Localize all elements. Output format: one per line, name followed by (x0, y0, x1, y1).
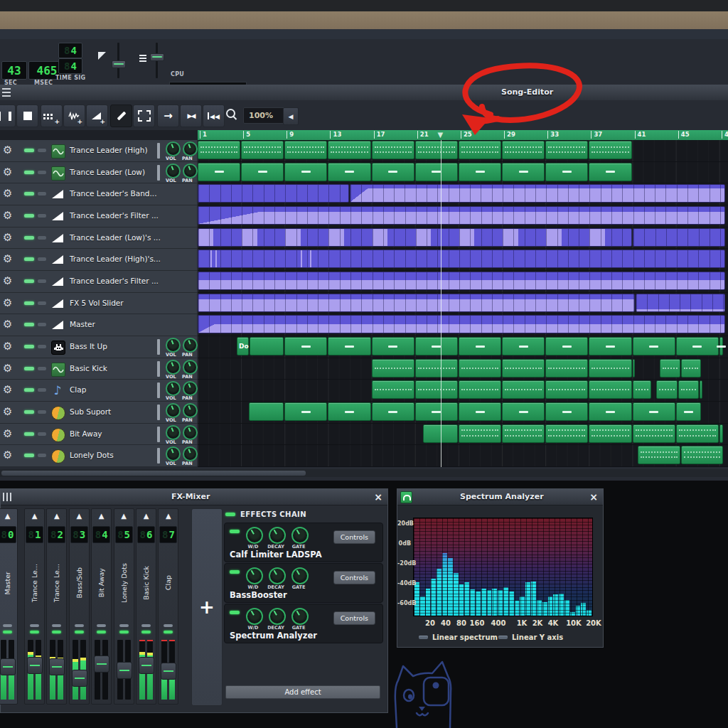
channel-led-grey[interactable] (75, 624, 84, 627)
effect-enable-led[interactable] (230, 611, 240, 614)
pattern-segment[interactable] (459, 337, 501, 355)
pan-knob[interactable] (183, 446, 198, 461)
automation-segment[interactable] (198, 184, 349, 203)
volume-knob[interactable] (166, 141, 181, 156)
gate-knob[interactable] (291, 527, 309, 544)
pattern-segment[interactable] (545, 141, 588, 159)
pattern-segment[interactable] (415, 141, 458, 159)
gear-icon[interactable]: ⚙ (3, 231, 12, 244)
channel-fader[interactable] (161, 663, 176, 680)
pattern-segment[interactable] (372, 380, 414, 399)
pause-button[interactable] (0, 105, 16, 127)
rewind-button[interactable]: ◀◀ (203, 105, 225, 127)
track-header-11[interactable]: ⚙Basic KickVOLPAN (0, 358, 197, 380)
gear-icon[interactable]: ⚙ (3, 340, 12, 353)
gear-icon[interactable]: ⚙ (3, 166, 12, 178)
track-header-14[interactable]: ⚙Bit AwayVOLPAN (0, 424, 197, 446)
solo-led[interactable] (38, 323, 46, 326)
automation-segment[interactable] (198, 228, 632, 247)
gear-icon[interactable]: ⚙ (3, 252, 12, 265)
channel-led-grey[interactable] (164, 624, 173, 627)
gear-icon[interactable]: ⚙ (3, 187, 12, 200)
pattern-segment[interactable] (415, 337, 458, 355)
pattern-segment[interactable] (372, 402, 414, 421)
track-pattern-area[interactable] (198, 249, 728, 271)
pattern-segment[interactable] (198, 141, 240, 159)
channel-led-green[interactable] (75, 631, 84, 633)
mute-led[interactable] (24, 279, 34, 283)
mixer-channel-4[interactable]: ▲84Bit Away (91, 508, 112, 705)
gate-knob[interactable] (291, 567, 309, 584)
solo-led[interactable] (38, 432, 46, 436)
zoom-level-lcd[interactable]: 100% (243, 107, 287, 124)
pattern-segment[interactable] (633, 359, 636, 378)
volume-knob[interactable] (166, 164, 181, 178)
volume-knob[interactable] (166, 381, 181, 396)
pan-knob[interactable] (183, 360, 198, 375)
send-arrow-icon[interactable]: ▲ (114, 512, 134, 520)
gear-icon[interactable]: ⚙ (3, 209, 12, 222)
gear-icon[interactable]: ⚙ (3, 274, 12, 287)
track-pattern-area[interactable]: Do (198, 336, 728, 358)
mute-led[interactable] (24, 345, 34, 348)
mute-led[interactable] (24, 323, 34, 326)
automation-segment[interactable] (198, 206, 725, 225)
mixer-channel-5[interactable]: ▲85Lonely Dots (114, 508, 134, 705)
mute-led[interactable] (24, 257, 34, 261)
add-automation-track-button[interactable]: + (86, 105, 108, 127)
pattern-segment[interactable] (284, 402, 327, 421)
track-pattern-area[interactable] (198, 424, 728, 446)
scrollbar-thumb[interactable] (1, 471, 306, 476)
automation-segment[interactable] (350, 184, 725, 203)
solo-led[interactable] (38, 301, 46, 305)
effect-slot[interactable]: W/DDECAYGATEControlsCalf Limiter LADSPA (224, 523, 383, 562)
gear-icon[interactable]: ⚙ (3, 296, 12, 309)
track-pattern-area[interactable] (198, 380, 728, 402)
master-volume-slider[interactable] (117, 43, 119, 78)
gear-icon[interactable]: ⚙ (3, 427, 12, 440)
pattern-segment[interactable] (284, 141, 327, 159)
send-arrow-icon[interactable]: ▲ (159, 512, 178, 520)
song-editor-scrollbar[interactable] (0, 469, 728, 477)
mixer-channel-6[interactable]: ▲86Basic Kick (136, 508, 156, 705)
solo-led[interactable] (38, 214, 46, 218)
mute-led[interactable] (24, 214, 34, 218)
pattern-segment[interactable] (328, 337, 370, 355)
fader-zone[interactable] (70, 638, 89, 701)
mute-led[interactable] (24, 388, 34, 392)
pan-knob[interactable] (183, 338, 198, 353)
volume-knob[interactable] (166, 425, 181, 440)
pattern-segment[interactable] (545, 402, 588, 421)
jump-to-end-button[interactable]: ▶◀ (180, 105, 202, 127)
channel-fader[interactable] (94, 655, 109, 673)
solo-led[interactable] (38, 388, 46, 392)
channel-led-grey[interactable] (119, 624, 129, 627)
pattern-segment[interactable] (545, 163, 588, 181)
pattern-segment[interactable] (545, 380, 588, 399)
pattern-segment[interactable] (250, 337, 284, 355)
pattern-segment[interactable] (328, 402, 370, 421)
pattern-segment[interactable] (638, 446, 680, 464)
channel-led-green[interactable] (164, 631, 173, 633)
pattern-segment[interactable] (284, 163, 327, 181)
zoom-decrease-button[interactable]: ◀ (283, 107, 299, 125)
add-bb-track-button[interactable]: + (41, 105, 63, 127)
timesig-denominator-lcd[interactable]: 84 (58, 58, 82, 74)
pattern-segment[interactable] (676, 402, 702, 421)
channel-fader[interactable] (117, 662, 132, 679)
pattern-segment[interactable] (459, 402, 501, 421)
track-header-7[interactable]: ⚙Trance Leader's Filter ... (0, 271, 197, 293)
pattern-segment[interactable] (459, 359, 501, 378)
mixer-channel-7[interactable]: ▲87Clap (158, 508, 178, 705)
mute-led[interactable] (24, 367, 34, 370)
track-header-12[interactable]: ⚙♪ClapVOLPAN (0, 380, 197, 402)
channel-led-green[interactable] (30, 631, 39, 633)
wet-dry-knob[interactable] (246, 567, 263, 584)
add-channel-button[interactable]: + (191, 508, 223, 706)
pattern-segment[interactable] (681, 446, 723, 464)
channel-led-grey[interactable] (141, 624, 151, 627)
gear-icon[interactable]: ⚙ (3, 362, 12, 375)
pattern-segment[interactable] (241, 141, 284, 159)
send-arrow-icon[interactable]: ▲ (136, 512, 156, 520)
pattern-segment[interactable] (372, 337, 414, 355)
